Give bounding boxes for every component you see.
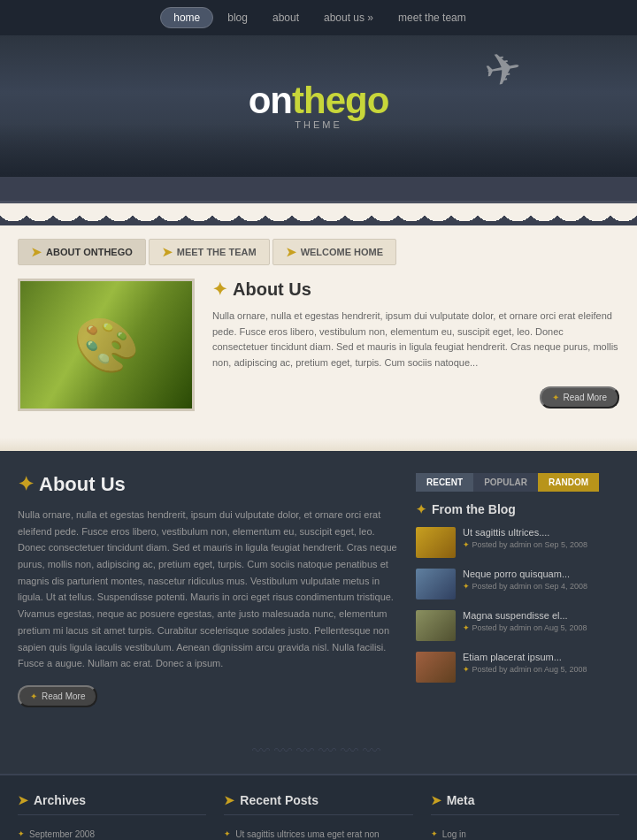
footer-widgets: ➤ Archives ✦ September 2008 ✦ August 200… [0, 774, 637, 840]
nav-home[interactable]: home [160, 7, 213, 28]
dark-content-section: ✦ About Us Nulla ornare, nulla et egesta… [0, 451, 637, 729]
blog-tab-recent[interactable]: RECENT [416, 473, 473, 492]
blog-post-info-3: Magna suspendisse el... ✦ Posted by admi… [463, 610, 587, 632]
main-panel: ◀ ▶ ➤ ABOUT ONTHEGO ➤ MEET THE TEAM ➤ WE… [0, 225, 637, 438]
logo-thego: thego [292, 80, 388, 121]
about-image-inner [20, 281, 192, 409]
site-logo: onthego theme [249, 82, 389, 130]
meta-icon-4: ✦ [463, 665, 470, 674]
blog-thumb-4 [416, 652, 456, 683]
blog-post-link-1[interactable]: Ut sagittis ultrices.... [463, 527, 587, 538]
tab-welcome-home[interactable]: ➤ WELCOME HOME [272, 239, 397, 265]
meta-icon-2: ✦ [463, 582, 470, 591]
nav-about-us[interactable]: about us » [313, 7, 384, 28]
blog-post-meta-3: ✦ Posted by admin on Aug 5, 2008 [463, 623, 587, 632]
recent-post-link-1[interactable]: Ut sagittis ultrices uma eget erat non [235, 829, 379, 839]
tab-meet-the-team[interactable]: ➤ MEET THE TEAM [149, 239, 270, 265]
blog-sidebar: RECENT POPULAR RANDOM ✦ From the Blog Ut… [416, 473, 619, 707]
about-image [18, 279, 195, 411]
tab-about-onthego[interactable]: ➤ ABOUT ONTHEGO [18, 239, 146, 265]
scallop-border-bottom [0, 438, 637, 451]
archive-link-1[interactable]: September 2008 [29, 829, 95, 839]
blog-post-1: Ut sagittis ultrices.... ✦ Posted by adm… [416, 527, 619, 558]
meta-icon-3: ✦ [463, 623, 470, 632]
nav-meet-the-team[interactable]: meet the team [388, 7, 477, 28]
blog-thumb-1 [416, 527, 456, 558]
widget-meta: ➤ Meta ✦ Log in ✦ Entries RSS ✦ Comments… [431, 793, 619, 840]
blog-post-info-4: Etiam placerat ipsum... ✦ Posted by admi… [463, 652, 587, 674]
cloud-decoration [0, 177, 637, 203]
blog-header-icon: ✦ [416, 502, 426, 516]
main-read-more-button[interactable]: ✦ Read More [18, 685, 97, 707]
tab-arrow-icon: ➤ [286, 245, 296, 259]
nav-about[interactable]: about [262, 7, 310, 28]
main-about-title: About Us [39, 473, 126, 496]
meta-link-1[interactable]: Log in [442, 829, 466, 839]
blog-post-4: Etiam placerat ipsum... ✦ Posted by admi… [416, 652, 619, 683]
read-more-dark-icon: ✦ [30, 691, 37, 701]
blog-tab-popular[interactable]: POPULAR [473, 473, 538, 492]
blog-thumb-2 [416, 569, 456, 599]
panel-read-more-button[interactable]: ✦ Read More [540, 386, 619, 409]
tab-arrow-icon: ➤ [31, 245, 42, 259]
cityscape-decoration [0, 124, 637, 177]
archive-item-1: ✦ September 2008 [18, 826, 206, 840]
main-content-area: ✦ About Us Nulla ornare, nulla et egesta… [18, 473, 398, 707]
blog-post-link-2[interactable]: Neque porro quisquam... [463, 569, 587, 579]
blog-post-meta-1: ✦ Posted by admin on Sep 5, 2008 [463, 540, 587, 549]
blog-post-link-4[interactable]: Etiam placerat ipsum... [463, 652, 587, 662]
swirl-decoration [0, 729, 637, 774]
meta-list: ✦ Log in ✦ Entries RSS ✦ Comments RSS ✦ … [431, 826, 619, 840]
about-panel: ✦ About Us Nulla ornare, nulla et egesta… [18, 279, 619, 411]
blog-tab-random[interactable]: RANDOM [538, 473, 599, 492]
hero-decoration: ✈ [480, 42, 526, 98]
blog-post-2: Neque porro quisquam... ✦ Posted by admi… [416, 569, 619, 599]
widget-recent-posts: ➤ Recent Posts ✦ Ut sagittis ultrices um… [224, 793, 412, 840]
blog-tabs: RECENT POPULAR RANDOM [416, 473, 619, 492]
list-icon-1: ✦ [18, 829, 25, 838]
recent-posts-title-icon: ➤ [224, 793, 234, 807]
blog-post-info-2: Neque porro quisquam... ✦ Posted by admi… [463, 569, 587, 591]
widget-archives: ➤ Archives ✦ September 2008 ✦ August 200… [18, 793, 206, 840]
navigation: home blog about about us » meet the team [0, 0, 637, 35]
scallop-border-top [0, 203, 637, 225]
about-body: Nulla ornare, nulla et egestas hendrerit… [212, 309, 619, 370]
blog-post-3: Magna suspendisse el... ✦ Posted by admi… [416, 610, 619, 641]
archives-title: ➤ Archives [18, 793, 206, 815]
read-more-icon: ✦ [552, 393, 559, 402]
blog-thumb-3 [416, 610, 456, 641]
archives-list: ✦ September 2008 ✦ August 2008 ✦ July 20… [18, 826, 206, 840]
about-title: About Us [233, 279, 311, 300]
blog-post-link-3[interactable]: Magna suspendisse el... [463, 610, 587, 621]
panel-tabs: ➤ ABOUT ONTHEGO ➤ MEET THE TEAM ➤ WELCOM… [18, 239, 619, 265]
meta-title-icon: ➤ [431, 793, 441, 807]
blog-header: ✦ From the Blog [416, 502, 619, 516]
rp-icon-1: ✦ [224, 829, 231, 838]
about-text-area: ✦ About Us Nulla ornare, nulla et egesta… [212, 279, 619, 409]
logo-on: on [249, 80, 292, 121]
recent-post-1: ✦ Ut sagittis ultrices uma eget erat non [224, 826, 412, 840]
tab-arrow-icon: ➤ [162, 245, 173, 259]
about-title-icon: ✦ [212, 279, 227, 300]
main-about-body: Nulla ornare, nulla et egestas hendrerit… [18, 507, 398, 672]
main-about-title-icon: ✦ [18, 473, 34, 496]
blog-post-info-1: Ut sagittis ultrices.... ✦ Posted by adm… [463, 527, 587, 549]
meta-li-icon-1: ✦ [431, 829, 438, 838]
blog-post-meta-4: ✦ Posted by admin on Aug 5, 2008 [463, 665, 587, 674]
meta-icon-1: ✦ [463, 540, 470, 549]
hero-section: onthego theme ✈ [0, 35, 637, 177]
blog-post-meta-2: ✦ Posted by admin on Sep 4, 2008 [463, 582, 587, 591]
recent-posts-list: ✦ Ut sagittis ultrices uma eget erat non… [224, 826, 412, 840]
meta-item-1: ✦ Log in [431, 826, 619, 840]
archives-title-icon: ➤ [18, 793, 28, 807]
logo-text: onthego [249, 82, 389, 119]
nav-blog[interactable]: blog [217, 7, 258, 28]
meta-title: ➤ Meta [431, 793, 619, 815]
recent-posts-title: ➤ Recent Posts [224, 793, 412, 815]
